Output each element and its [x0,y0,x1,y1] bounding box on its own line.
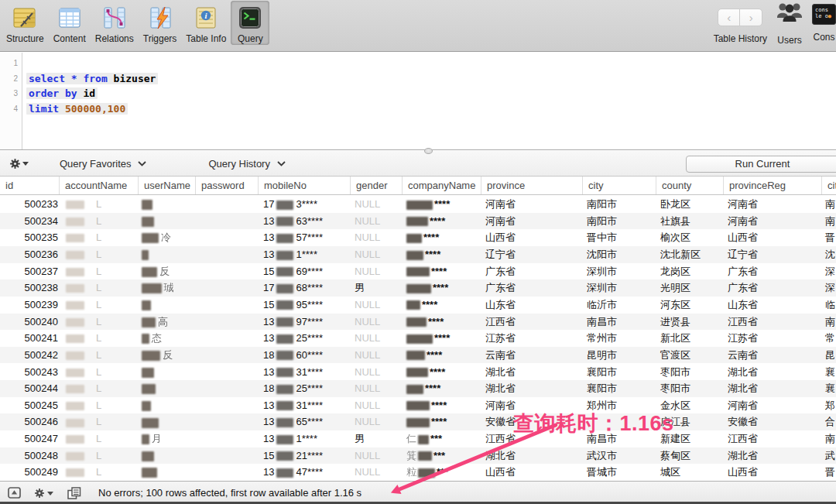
table-cell[interactable]: 南 [825,213,835,230]
table-cell[interactable]: 江苏省 [485,330,516,347]
table-cell[interactable]: 南 [825,314,835,331]
table-cell[interactable]: **** [406,364,445,381]
table-cell[interactable]: L [66,347,101,364]
column-header-id[interactable]: id [0,177,60,194]
table-cell[interactable]: **** [406,229,439,246]
table-cell[interactable]: 湖北省 [485,380,516,397]
table-cell[interactable]: 江西省 [728,430,758,447]
column-header-province[interactable]: province [481,177,583,194]
table-cell[interactable]: L [66,380,101,397]
toolbar-item-query[interactable]: Query [231,1,269,45]
table-cell[interactable]: 常州市 [587,330,617,347]
column-header-mobileNo[interactable]: mobileNo [259,177,351,194]
table-row[interactable]: 500240L高1397****NULL****江西省南昌市进贤县江西省南 [0,314,836,331]
chevron-down-icon[interactable] [277,161,286,166]
column-header-companyName[interactable]: companyName [403,177,481,194]
table-cell[interactable]: 1365**** [263,413,323,430]
table-cell[interactable]: 湖北省 [485,364,516,381]
table-cell[interactable]: 合 [825,413,835,430]
cell-id[interactable]: 500249 [0,464,58,481]
table-cell[interactable] [142,413,159,430]
table-cell[interactable]: NULL [355,347,380,364]
table-cell[interactable]: 襄阳市 [587,364,617,381]
table-cell[interactable]: **** [406,397,447,414]
table-cell[interactable]: 江西省 [485,314,516,331]
column-header-cit[interactable]: cit [822,177,836,194]
table-cell[interactable]: 湖北省 [728,364,758,381]
table-cell[interactable]: 郑 [825,397,835,414]
table-row[interactable]: 500235L冷1357****NULL****山西省晋中市榆次区山西省晋 [0,229,836,246]
table-cell[interactable]: 深 [825,279,835,297]
table-cell[interactable]: **** [406,213,445,230]
table-cell[interactable]: L [66,430,101,447]
table-cell[interactable]: NULL [355,196,380,213]
table-cell[interactable]: **** [406,347,442,364]
table-cell[interactable]: 1325**** [263,330,323,347]
cell-id[interactable]: 500235 [0,229,58,246]
table-cell[interactable]: 湖北省 [728,380,758,397]
sql-editor[interactable]: 1234 select * from bizuserorder by idlim… [0,53,836,150]
table-cell[interactable]: 城区 [660,464,680,481]
table-cell[interactable] [142,464,157,481]
toolbar-item-structure[interactable]: Structure [2,1,49,45]
column-header-provinceReg[interactable]: provinceReg [724,177,822,194]
table-cell[interactable]: 湖北省 [728,447,758,465]
table-cell[interactable]: 河南省 [485,196,516,213]
table-cell[interactable]: 河东区 [660,297,690,314]
table-row[interactable]: 500245L1331****NULL****河南省郑州市金水区河南省郑 [0,397,836,414]
table-cell[interactable]: 1521**** [263,447,323,465]
table-row[interactable]: 500248L1521****NULL箕***湖北省武汉市蔡甸区湖北省武 [0,447,836,465]
table-cell[interactable]: NULL [355,380,380,397]
query-favorites-menu[interactable]: Query Favorites [60,158,131,170]
table-cell[interactable]: 榆次区 [660,229,690,246]
table-cell[interactable]: NULL [355,246,380,263]
table-row[interactable]: 500244L1825****NULL****湖北省襄阳市枣阳市湖北省襄 [0,380,836,397]
table-row[interactable]: 500234L1363****NULL****河南省南阳市社旗县河南省南 [0,213,836,230]
table-row[interactable]: 500239L1595****NULL****山东省临沂市河东区山东省临 [0,297,836,314]
table-row[interactable]: 500246L1365****NULL****安徽省庐江县安徽省合 [0,413,836,430]
table-cell[interactable] [142,447,154,465]
table-cell[interactable] [142,364,154,381]
table-cell[interactable]: NULL [355,229,380,246]
table-cell[interactable]: 广东省 [728,263,758,280]
table-cell[interactable]: L [66,297,101,314]
table-cell[interactable]: **** [406,330,450,347]
table-cell[interactable]: 武汉市 [587,447,617,465]
table-cell[interactable]: NULL [355,464,380,481]
table-cell[interactable]: 河南省 [728,196,758,213]
table-cell[interactable]: **** [406,297,437,314]
table-cell[interactable]: 江苏省 [728,330,758,347]
table-cell[interactable]: 1595**** [263,297,323,314]
table-cell[interactable]: 晋 [825,229,835,246]
table-cell[interactable]: 云南省 [485,347,516,364]
toolbar-item-content[interactable]: Content [49,1,91,45]
column-header-city[interactable]: city [583,177,656,194]
query-gear-button[interactable] [9,158,29,170]
table-cell[interactable]: 临 [825,297,835,314]
table-cell[interactable]: 反 [142,347,173,364]
history-back-button[interactable]: ‹ [718,9,740,26]
table-cell[interactable]: 云南省 [728,347,758,364]
cell-id[interactable]: 500242 [0,347,58,364]
table-cell[interactable]: NULL [355,263,380,280]
table-cell[interactable]: 南 [825,430,835,447]
table-cell[interactable]: 1825**** [263,380,323,397]
table-cell[interactable]: NULL [355,413,380,430]
run-current-button[interactable]: Run Current [686,156,836,173]
cell-id[interactable]: 500241 [0,330,58,347]
column-header-gender[interactable]: gender [351,177,403,194]
table-cell[interactable]: 临沂市 [587,297,617,314]
table-cell[interactable] [142,213,154,230]
table-row[interactable]: 500241L态1325****NULL****江苏省常州市新北区江苏省常 [0,330,836,347]
cell-id[interactable]: 500247 [0,430,58,447]
table-cell[interactable]: 新北区 [660,330,690,347]
table-cell[interactable]: 箕*** [406,447,445,465]
table-cell[interactable]: L [66,246,101,263]
table-cell[interactable]: 沈 [825,246,835,263]
table-cell[interactable]: 安徽省 [728,413,758,430]
table-cell[interactable]: 南 [825,196,835,213]
table-cell[interactable]: L [66,314,101,331]
cell-id[interactable]: 500234 [0,213,58,230]
table-cell[interactable]: 山西省 [485,464,516,481]
table-cell[interactable]: 深圳市 [587,279,617,297]
